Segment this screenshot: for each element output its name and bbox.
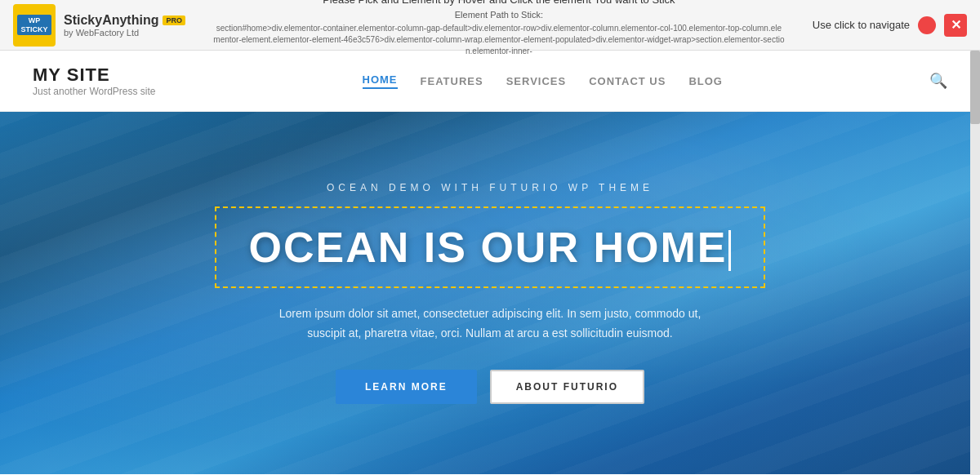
scrollbar[interactable] [970, 51, 980, 475]
hero-title-box: OCEAN IS OUR HOME [215, 206, 766, 288]
brand-text: StickyAnything PRO by WebFactory Ltd [64, 13, 185, 38]
search-button[interactable]: 🔍 [929, 72, 947, 90]
nav-item-blog[interactable]: BLOG [688, 75, 723, 87]
scrollbar-thumb[interactable] [970, 51, 980, 124]
hero-content: OCEAN DEMO WITH FUTURIO WP THEME OCEAN I… [0, 112, 980, 474]
nav-item-contact[interactable]: CONTACT US [589, 75, 666, 87]
nav-item-home[interactable]: HOME [363, 73, 398, 89]
topbar-instructions: Please Pick and Element by Hover and Cli… [185, 0, 813, 57]
hero-description: Lorem ipsum dolor sit amet, consectetuer… [278, 304, 702, 344]
close-button[interactable]: ✕ [944, 14, 967, 37]
instruction-title: Please Pick and Element by Hover and Cli… [185, 0, 813, 7]
wp-sticky-icon: WPSTICKY [13, 4, 56, 47]
use-click-label: Use click to navigate [813, 19, 910, 31]
top-bar: WPSTICKY StickyAnything PRO by WebFactor… [0, 0, 980, 51]
element-path: section#home>div.elementor-container.ele… [213, 23, 785, 57]
topbar-right: Use click to navigate ✕ [813, 14, 967, 37]
hero-subtitle: OCEAN DEMO WITH FUTURIO WP THEME [327, 182, 653, 193]
learn-more-button[interactable]: LEARN MORE [336, 370, 477, 404]
plugin-name: StickyAnything PRO [64, 13, 185, 28]
hero-buttons: LEARN MORE ABOUT FUTURIO [336, 370, 644, 404]
nav-item-features[interactable]: FEATURES [421, 75, 483, 87]
plugin-sub: by WebFactory Ltd [64, 28, 185, 38]
cursor-blink [728, 230, 731, 271]
hero-section: OCEAN DEMO WITH FUTURIO WP THEME OCEAN I… [0, 112, 980, 474]
hero-title: OCEAN IS OUR HOME [249, 223, 732, 272]
site-nav: HOME FEATURES SERVICES CONTACT US BLOG [363, 73, 723, 89]
site-header: MY SITE Just another WordPress site HOME… [0, 51, 980, 112]
site-name: MY SITE [33, 64, 156, 86]
red-dot-indicator [918, 16, 936, 34]
site-logo: MY SITE Just another WordPress site [33, 64, 156, 97]
wp-inner-badge: WPSTICKY [17, 15, 51, 36]
plugin-logo: WPSTICKY StickyAnything PRO by WebFactor… [13, 4, 185, 47]
site-tagline: Just another WordPress site [33, 86, 156, 97]
nav-item-services[interactable]: SERVICES [506, 75, 567, 87]
pro-badge: PRO [163, 16, 185, 25]
about-futurio-button[interactable]: ABOUT FUTURIO [490, 370, 644, 404]
instruction-sub: Element Path to Stick: [185, 9, 813, 21]
